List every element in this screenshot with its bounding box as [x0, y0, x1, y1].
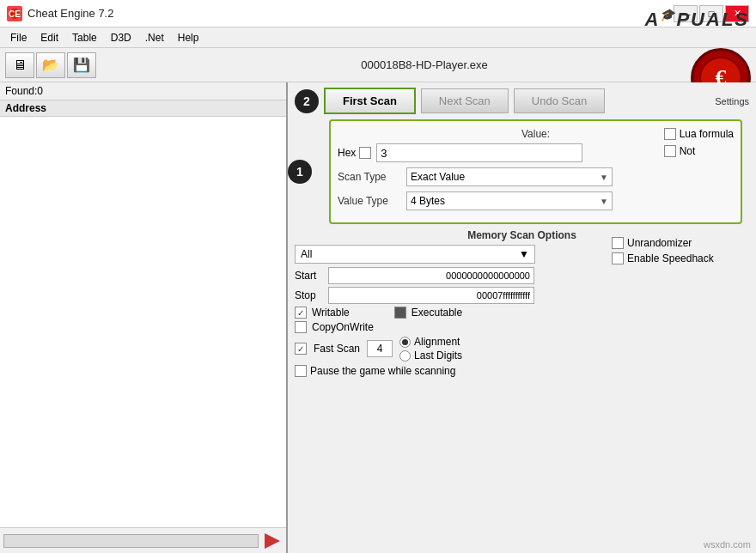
not-label: Not: [680, 145, 696, 157]
unrandomizer-row: Unrandomizer: [612, 237, 749, 249]
found-bar: Found:0: [0, 82, 286, 100]
start-input[interactable]: [328, 267, 534, 284]
fast-scan-checkbox[interactable]: ✓: [295, 343, 307, 355]
pause-checkbox[interactable]: [295, 365, 307, 377]
not-checkbox[interactable]: [664, 145, 676, 157]
scan-buttons-row: 2 First Scan Next Scan Undo Scan Setting…: [288, 82, 756, 119]
unrandomizer-checkbox[interactable]: [612, 237, 624, 249]
value-type-row: Value Type 4 Bytes ▼: [338, 191, 734, 210]
unrandomizer-label: Unrandomizer: [627, 237, 692, 249]
left-panel: Found:0 Address: [0, 82, 288, 553]
stop-row: Stop: [295, 287, 749, 304]
save-button[interactable]: 💾: [67, 52, 96, 78]
last-digits-label: Last Digits: [414, 349, 462, 362]
scan-type-value: Exact Value: [411, 171, 465, 183]
menu-help[interactable]: Help: [171, 30, 206, 46]
stop-input[interactable]: [328, 287, 534, 304]
settings-area: Settings: [715, 96, 749, 106]
monitor-button[interactable]: 🖥: [5, 52, 34, 78]
alignment-radio[interactable]: Alignment: [399, 336, 462, 348]
right-panel: 2 First Scan Next Scan Undo Scan Setting…: [288, 82, 756, 553]
not-row: Not: [664, 145, 734, 157]
speedhack-checkbox[interactable]: [612, 252, 624, 264]
menu-file[interactable]: File: [3, 30, 34, 46]
value-type-label: Value Type: [338, 195, 406, 207]
value-type-value: 4 Bytes: [411, 195, 445, 207]
value-type-chevron: ▼: [600, 197, 608, 206]
executable-label: Executable: [412, 307, 462, 319]
hex-label: Hex: [338, 147, 356, 159]
stop-label: Stop: [295, 289, 325, 301]
all-option: All: [301, 248, 312, 260]
scan-type-row: Scan Type Exact Value ▼: [338, 167, 734, 186]
scan-type-label: Scan Type: [338, 171, 406, 183]
pause-row: Pause the game while scanning: [295, 365, 749, 377]
speedhack-label: Enable Speedhack: [627, 252, 714, 264]
start-row: Start: [295, 267, 749, 284]
scan-options-box: Value: Hex Scan Type Exact Value ▼: [329, 119, 742, 224]
watermark: wsxdn.com: [704, 539, 751, 550]
app-title: Cheat Engine 7.2: [27, 7, 113, 20]
right-side-options: Unrandomizer Enable Speedhack: [612, 237, 749, 264]
fast-scan-row: ✓ Fast Scan Alignment Last Digits: [295, 336, 749, 362]
value-input[interactable]: [376, 143, 582, 162]
writable-row: ✓ Writable Executable: [295, 307, 749, 319]
app-icon: CE: [7, 6, 22, 21]
copyonwrite-checkbox[interactable]: [295, 321, 307, 333]
first-scan-button[interactable]: First Scan: [324, 88, 416, 114]
address-header: Address: [0, 100, 286, 117]
lua-label: Lua formula: [680, 128, 734, 140]
pause-label: Pause the game while scanning: [310, 365, 455, 377]
open-button[interactable]: 📂: [36, 52, 65, 78]
last-digits-radio[interactable]: Last Digits: [399, 349, 462, 362]
last-digits-radio-btn[interactable]: [399, 350, 411, 362]
scan-options-wrapper: 1 Value: Hex Scan Type Exact Value ▼: [322, 119, 749, 224]
all-chevron: ▼: [519, 248, 529, 260]
svg-marker-4: [265, 533, 280, 549]
alignment-radio-btn[interactable]: [399, 337, 411, 348]
toolbar: 🖥 📂 💾 000018B8-HD-Player.exe €: [0, 48, 756, 82]
menu-table[interactable]: Table: [65, 30, 104, 46]
address-list: [0, 117, 286, 527]
menu-net[interactable]: .Net: [138, 30, 171, 46]
fast-scan-label: Fast Scan: [314, 343, 360, 355]
right-checks: Lua formula Not: [664, 128, 734, 157]
menu-edit[interactable]: Edit: [34, 30, 65, 46]
copyonwrite-label: CopyOnWrite: [312, 321, 374, 333]
scroll-right-arrow[interactable]: [262, 531, 283, 551]
lua-checkbox[interactable]: [664, 128, 676, 140]
horizontal-scrollbar[interactable]: [3, 534, 259, 548]
appuals-text: A🎓PUALS: [645, 8, 749, 31]
menu-d3d[interactable]: D3D: [104, 30, 138, 46]
value-type-dropdown[interactable]: 4 Bytes ▼: [406, 191, 613, 210]
badge-1: 1: [288, 160, 312, 184]
fast-scan-input[interactable]: [367, 340, 393, 357]
process-title: 000018B8-HD-Player.exe: [98, 58, 751, 71]
main-layout: Found:0 Address 2 First Scan Next Scan U…: [0, 82, 756, 553]
speedhack-row: Enable Speedhack: [612, 252, 749, 264]
all-dropdown[interactable]: All ▼: [295, 245, 535, 264]
copyonwrite-row: CopyOnWrite: [295, 321, 749, 333]
appuals-logo-area: A🎓PUALS: [584, 0, 756, 40]
executable-checkbox[interactable]: [394, 307, 406, 319]
lua-formula-row: Lua formula: [664, 128, 734, 140]
alignment-label: Alignment: [414, 336, 460, 348]
radio-group: Alignment Last Digits: [399, 336, 462, 362]
left-bottom: [0, 527, 286, 553]
writable-label: Writable: [312, 307, 350, 319]
scan-type-chevron: ▼: [600, 173, 608, 182]
svg-text:CE: CE: [9, 9, 21, 19]
badge-2: 2: [295, 89, 319, 113]
scan-type-dropdown[interactable]: Exact Value ▼: [406, 167, 613, 186]
settings-label[interactable]: Settings: [715, 96, 749, 106]
hex-checkbox[interactable]: [359, 147, 371, 159]
undo-scan-button[interactable]: Undo Scan: [514, 88, 605, 113]
writable-checkbox[interactable]: ✓: [295, 307, 307, 319]
next-scan-button[interactable]: Next Scan: [421, 88, 509, 113]
start-label: Start: [295, 270, 325, 282]
